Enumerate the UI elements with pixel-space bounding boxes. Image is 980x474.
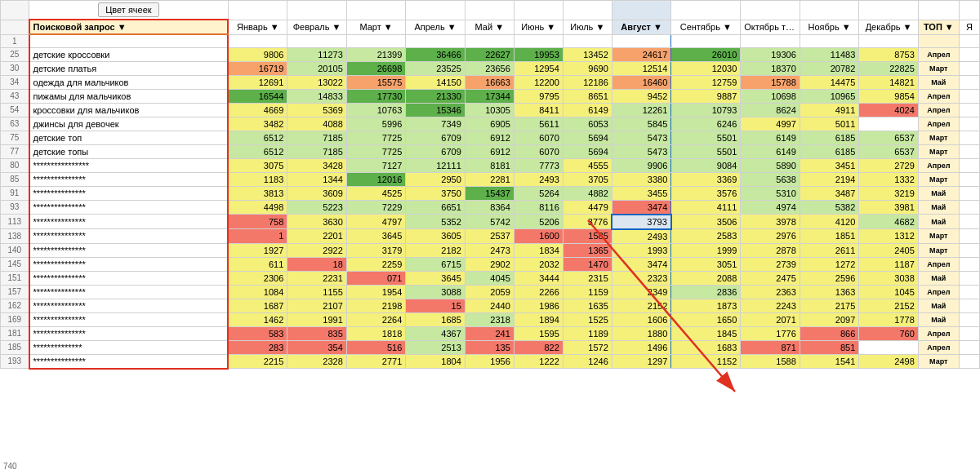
data-cell[interactable]: 2498 <box>859 354 919 369</box>
col-header-apr[interactable]: Апрель ▼ <box>406 20 466 34</box>
query-cell[interactable]: *************** <box>29 285 229 299</box>
data-cell[interactable]: 2583 <box>671 229 741 244</box>
data-cell[interactable]: 3451 <box>800 158 859 172</box>
data-cell[interactable]: 1470 <box>563 257 612 271</box>
data-cell[interactable]: 23656 <box>465 61 514 75</box>
data-cell[interactable]: 3609 <box>287 186 347 200</box>
data-cell[interactable]: 2902 <box>465 257 514 271</box>
data-cell[interactable]: 1363 <box>800 285 859 299</box>
query-cell[interactable]: *************** <box>29 200 229 215</box>
data-cell[interactable]: 9452 <box>612 89 671 103</box>
data-cell[interactable]: 3576 <box>671 186 741 200</box>
data-cell[interactable]: 4555 <box>563 158 612 172</box>
data-cell[interactable]: 4024 <box>859 103 919 117</box>
data-cell[interactable]: 1272 <box>800 257 859 271</box>
query-cell[interactable]: пижамы для мальчиков <box>29 89 229 103</box>
top-cell[interactable] <box>918 34 959 47</box>
data-cell[interactable]: 4997 <box>741 117 800 131</box>
data-cell[interactable]: 3813 <box>228 186 287 200</box>
data-cell[interactable]: 2243 <box>741 299 800 312</box>
data-cell[interactable] <box>346 34 406 47</box>
data-cell[interactable]: 9806 <box>228 47 287 61</box>
data-cell[interactable]: 1585 <box>563 229 612 244</box>
data-cell[interactable]: 1880 <box>612 326 671 340</box>
data-cell[interactable]: 4088 <box>287 117 347 131</box>
data-cell[interactable]: 6053 <box>563 117 612 131</box>
query-cell[interactable] <box>29 34 229 47</box>
data-cell[interactable]: 871 <box>741 340 800 354</box>
data-cell[interactable]: 6185 <box>800 144 859 158</box>
data-cell[interactable]: 17730 <box>346 89 406 103</box>
data-cell[interactable]: 4797 <box>346 215 406 229</box>
data-cell[interactable]: 9906 <box>612 158 671 172</box>
data-cell[interactable]: 1595 <box>514 326 563 340</box>
data-cell[interactable]: 2281 <box>465 172 514 186</box>
data-cell[interactable]: 1683 <box>671 340 741 354</box>
query-cell[interactable]: джинсы для девочек <box>29 117 229 131</box>
data-cell[interactable]: 5501 <box>671 144 741 158</box>
data-cell[interactable]: 1927 <box>228 243 287 257</box>
cell-color-button[interactable]: Цвет ячеек <box>98 2 158 17</box>
data-cell[interactable]: 1986 <box>514 299 563 312</box>
query-cell[interactable]: детские кроссовки <box>29 47 229 61</box>
data-cell[interactable]: 17344 <box>465 89 514 103</box>
data-cell[interactable]: 3645 <box>346 229 406 244</box>
col-header-jun[interactable]: Июнь ▼ <box>514 20 563 34</box>
data-cell[interactable]: 2071 <box>741 312 800 326</box>
data-cell[interactable]: 2729 <box>859 158 919 172</box>
data-cell[interactable]: 4682 <box>859 215 919 229</box>
data-cell[interactable] <box>859 34 919 47</box>
data-cell[interactable]: 1084 <box>228 285 287 299</box>
data-cell[interactable]: 21330 <box>406 89 466 103</box>
data-cell[interactable]: 1954 <box>346 285 406 299</box>
data-cell[interactable]: 12186 <box>563 75 612 89</box>
data-cell[interactable]: 6709 <box>406 131 466 144</box>
data-cell[interactable]: 6912 <box>465 144 514 158</box>
data-cell[interactable]: 2878 <box>741 243 800 257</box>
data-cell[interactable]: 758 <box>228 215 287 229</box>
data-cell[interactable]: 12111 <box>406 158 466 172</box>
col-header-jul[interactable]: Июль ▼ <box>563 20 612 34</box>
top-cell[interactable]: Апрел <box>918 257 959 271</box>
data-cell[interactable]: 18370 <box>741 61 800 75</box>
top-cell[interactable]: Март <box>918 131 959 144</box>
data-cell[interactable]: 4498 <box>228 200 287 215</box>
data-cell[interactable]: 3179 <box>346 243 406 257</box>
data-cell[interactable] <box>514 34 563 47</box>
data-cell[interactable]: 1999 <box>671 243 741 257</box>
top-cell[interactable]: Апрел <box>918 326 959 340</box>
data-cell[interactable]: 19306 <box>741 47 800 61</box>
data-cell[interactable]: 5638 <box>741 172 800 186</box>
top-cell[interactable]: Март <box>918 172 959 186</box>
data-cell[interactable]: 14821 <box>859 75 919 89</box>
data-cell[interactable]: 4974 <box>741 200 800 215</box>
top-cell[interactable]: Март <box>918 354 959 369</box>
data-cell[interactable]: 10305 <box>465 103 514 117</box>
query-cell[interactable]: *************** <box>29 186 229 200</box>
data-cell[interactable]: 3219 <box>859 186 919 200</box>
data-cell[interactable]: 6070 <box>514 144 563 158</box>
data-cell[interactable]: 5310 <box>741 186 800 200</box>
data-cell[interactable]: 1894 <box>514 312 563 326</box>
data-cell[interactable]: 8753 <box>859 47 919 61</box>
data-cell[interactable]: 3487 <box>800 186 859 200</box>
data-cell[interactable]: 9084 <box>671 158 741 172</box>
query-cell[interactable]: *************** <box>29 299 229 312</box>
top-cell[interactable]: Май <box>918 312 959 326</box>
query-cell[interactable]: детские топы <box>29 144 229 158</box>
query-cell[interactable]: *************** <box>29 243 229 257</box>
data-cell[interactable]: 1956 <box>465 354 514 369</box>
data-cell[interactable]: 7725 <box>346 131 406 144</box>
data-cell[interactable]: 3051 <box>671 257 741 271</box>
data-cell[interactable]: 6709 <box>406 144 466 158</box>
data-cell[interactable]: 5264 <box>514 186 563 200</box>
data-cell[interactable]: 1525 <box>563 312 612 326</box>
data-cell[interactable]: 13452 <box>563 47 612 61</box>
data-cell[interactable]: 2201 <box>287 229 347 244</box>
data-cell[interactable]: 15346 <box>406 103 466 117</box>
data-cell[interactable]: 20782 <box>800 61 859 75</box>
data-cell[interactable]: 19953 <box>514 47 563 61</box>
data-cell[interactable]: 3705 <box>563 172 612 186</box>
data-cell[interactable]: 6246 <box>671 117 741 131</box>
col-header-feb[interactable]: Февраль ▼ <box>287 20 347 34</box>
